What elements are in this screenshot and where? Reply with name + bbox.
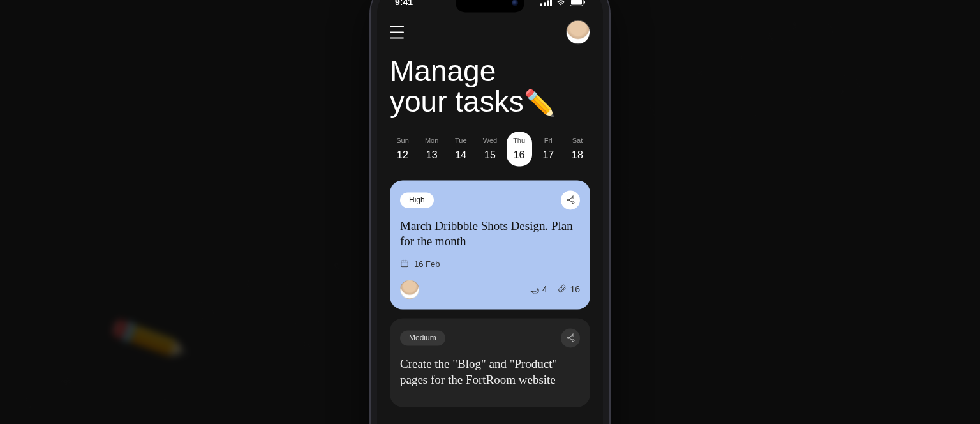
day-name: Sat bbox=[572, 137, 583, 144]
pencil-emoji: ✏️ bbox=[524, 89, 556, 117]
svg-point-8 bbox=[567, 199, 569, 201]
priority-pill: High bbox=[400, 192, 434, 208]
page-title-line1: Manage bbox=[390, 56, 590, 86]
day-name: Wed bbox=[483, 137, 497, 144]
svg-rect-1 bbox=[544, 2, 546, 6]
wifi-icon bbox=[556, 0, 566, 6]
cellular-icon bbox=[540, 0, 552, 6]
app-screen: Manage your tasks✏️ Sun 12Mon 13Tue 14We… bbox=[377, 0, 603, 424]
svg-point-7 bbox=[572, 196, 574, 198]
day-number: 12 bbox=[397, 149, 408, 161]
day-number: 14 bbox=[455, 149, 466, 161]
status-time: 9:41 bbox=[395, 0, 413, 7]
page-title-line2: your tasks✏️ bbox=[390, 87, 590, 117]
svg-rect-0 bbox=[540, 3, 542, 6]
due-date: 16 Feb bbox=[400, 259, 580, 269]
day-mon[interactable]: Mon 13 bbox=[419, 132, 445, 166]
svg-point-12 bbox=[567, 337, 569, 339]
day-fri[interactable]: Fri 17 bbox=[535, 132, 561, 166]
day-name: Fri bbox=[544, 137, 553, 144]
profile-avatar[interactable] bbox=[566, 20, 590, 44]
assignee-avatar[interactable] bbox=[400, 280, 419, 299]
day-name: Tue bbox=[455, 137, 467, 144]
svg-rect-3 bbox=[550, 0, 552, 6]
svg-point-9 bbox=[572, 202, 574, 204]
day-number: 16 bbox=[514, 149, 525, 161]
day-wed[interactable]: Wed 15 bbox=[477, 132, 503, 166]
day-number: 18 bbox=[572, 149, 583, 161]
task-card[interactable]: Medium Create the "Blog" and "Product" p… bbox=[390, 318, 590, 407]
dynamic-island bbox=[456, 0, 524, 12]
battery-icon bbox=[570, 0, 585, 6]
priority-pill: Medium bbox=[400, 330, 445, 345]
task-title: March Dribbble Shots Design. Plan for th… bbox=[400, 218, 580, 250]
comment-icon bbox=[530, 284, 539, 295]
share-button[interactable] bbox=[561, 190, 580, 209]
day-sun[interactable]: Sun 12 bbox=[390, 132, 415, 166]
svg-rect-6 bbox=[584, 1, 585, 3]
day-name: Sun bbox=[396, 137, 409, 144]
day-tue[interactable]: Tue 14 bbox=[448, 132, 473, 166]
day-number: 13 bbox=[426, 149, 438, 161]
day-name: Thu bbox=[513, 137, 525, 144]
page-title: Manage your tasks✏️ bbox=[390, 56, 590, 117]
svg-rect-10 bbox=[401, 261, 408, 266]
attachments-count[interactable]: 16 bbox=[557, 284, 580, 295]
day-number: 17 bbox=[542, 149, 554, 161]
day-name: Mon bbox=[425, 137, 438, 144]
comments-count[interactable]: 4 bbox=[530, 284, 547, 295]
phone-mockup: 9:41 Manage your tasks✏️ Sun bbox=[371, 0, 609, 424]
week-strip: Sun 12Mon 13Tue 14Wed 15Thu 16Fri 17Sat … bbox=[390, 132, 590, 166]
share-button[interactable] bbox=[561, 328, 580, 347]
day-thu[interactable]: Thu 16 bbox=[507, 132, 532, 166]
attachment-icon bbox=[557, 284, 567, 295]
task-card-list: High March Dribbble Shots Design. Plan f… bbox=[390, 180, 590, 407]
svg-point-13 bbox=[572, 340, 574, 342]
svg-rect-2 bbox=[547, 0, 549, 6]
day-number: 15 bbox=[484, 149, 496, 161]
svg-rect-5 bbox=[571, 0, 582, 4]
task-title: Create the "Blog" and "Product" pages fo… bbox=[400, 356, 580, 388]
calendar-icon bbox=[400, 259, 409, 269]
day-sat[interactable]: Sat 18 bbox=[565, 132, 590, 166]
svg-point-11 bbox=[572, 334, 574, 336]
task-card[interactable]: High March Dribbble Shots Design. Plan f… bbox=[390, 180, 590, 309]
menu-button[interactable] bbox=[390, 26, 406, 38]
